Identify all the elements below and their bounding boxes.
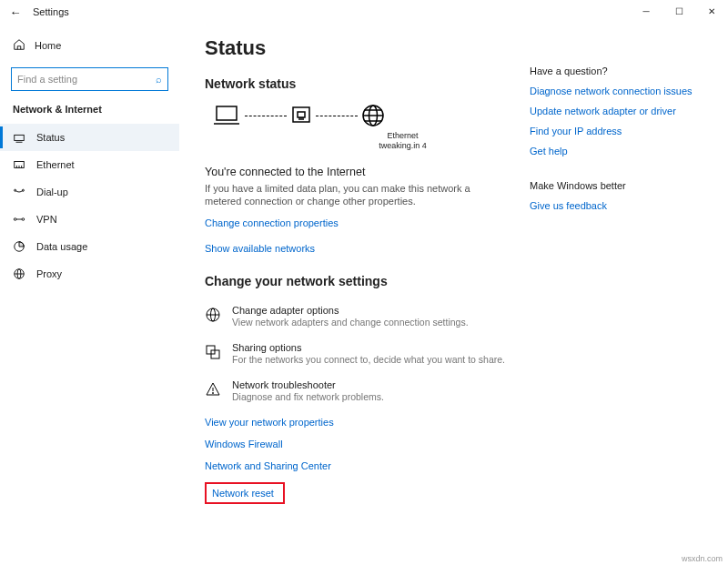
nav-label: Ethernet bbox=[36, 159, 75, 170]
diagram-line bbox=[245, 116, 287, 116]
diagram-line bbox=[316, 116, 358, 116]
diagram-label: Ethernet tweaking.in 4 bbox=[276, 131, 530, 151]
opt-title: Sharing options bbox=[232, 342, 505, 353]
svg-rect-0 bbox=[15, 135, 25, 140]
network-diagram bbox=[212, 104, 530, 127]
connected-title: You're connected to the Internet bbox=[205, 166, 530, 178]
link-view-properties[interactable]: View your network properties bbox=[205, 417, 530, 428]
link-network-sharing-center[interactable]: Network and Sharing Center bbox=[205, 460, 530, 471]
svg-point-8 bbox=[14, 218, 16, 221]
rc-link-find-ip[interactable]: Find your IP address bbox=[530, 126, 712, 136]
home-icon bbox=[13, 38, 25, 53]
window-title: Settings bbox=[27, 6, 69, 17]
link-windows-firewall[interactable]: Windows Firewall bbox=[205, 439, 530, 449]
diagram-network: tweaking.in 4 bbox=[276, 141, 530, 151]
title-bar: ← Settings bbox=[0, 0, 728, 24]
sharing-options-icon bbox=[205, 342, 221, 362]
rc-link-update-adapter[interactable]: Update network adapter or driver bbox=[530, 106, 712, 116]
search-input[interactable] bbox=[17, 74, 147, 85]
nav-label: Proxy bbox=[36, 268, 62, 279]
question-head: Have a question? bbox=[530, 66, 712, 76]
dialup-icon bbox=[13, 186, 25, 198]
highlight-box: Network reset bbox=[205, 482, 285, 504]
rc-link-diagnose[interactable]: Diagnose network connection issues bbox=[530, 86, 712, 96]
sidebar-item-ethernet[interactable]: Ethernet bbox=[0, 151, 179, 178]
ethernet-icon bbox=[13, 158, 25, 171]
nav-label: Status bbox=[36, 132, 65, 143]
search-icon: ⌕ bbox=[156, 74, 162, 85]
adapter-options-icon bbox=[205, 305, 221, 325]
section-network-status: Network status bbox=[205, 76, 530, 91]
link-show-networks[interactable]: Show available networks bbox=[205, 243, 530, 254]
nav-label: Dial-up bbox=[36, 187, 68, 197]
opt-sharing-options[interactable]: Sharing optionsFor the networks you conn… bbox=[205, 342, 530, 365]
sidebar-item-vpn[interactable]: VPN bbox=[0, 206, 179, 233]
ethernet-adapter-icon bbox=[290, 104, 312, 127]
close-button[interactable]: ✕ bbox=[695, 0, 728, 22]
watermark: wsxdn.com bbox=[682, 554, 723, 563]
minimize-button[interactable]: ─ bbox=[630, 0, 662, 22]
page-title: Status bbox=[205, 36, 530, 60]
rc-link-get-help[interactable]: Get help bbox=[530, 146, 712, 156]
home-nav[interactable]: Home bbox=[0, 33, 179, 58]
status-icon bbox=[13, 131, 25, 144]
svg-point-9 bbox=[22, 218, 25, 221]
section-change-settings: Change your network settings bbox=[205, 274, 530, 288]
sidebar-item-status[interactable]: Status bbox=[0, 124, 179, 151]
sidebar: Home ⌕ Network & Internet Status Etherne… bbox=[0, 24, 179, 565]
rc-link-feedback[interactable]: Give us feedback bbox=[530, 200, 712, 211]
connected-desc: If you have a limited data plan, you can… bbox=[205, 182, 478, 209]
svg-rect-15 bbox=[217, 106, 237, 120]
globe-icon bbox=[361, 104, 385, 127]
opt-desc: Diagnose and fix network problems. bbox=[232, 391, 384, 402]
feedback-head: Make Windows better bbox=[530, 180, 712, 191]
nav-label: VPN bbox=[36, 214, 57, 225]
vpn-icon bbox=[13, 213, 25, 226]
sidebar-item-datausage[interactable]: Data usage bbox=[0, 233, 179, 260]
troubleshooter-icon bbox=[205, 379, 221, 399]
svg-point-33 bbox=[213, 393, 214, 394]
svg-rect-18 bbox=[298, 112, 305, 117]
nav-label: Data usage bbox=[36, 241, 87, 252]
proxy-icon bbox=[13, 267, 25, 280]
maximize-button[interactable]: ☐ bbox=[662, 0, 695, 22]
opt-title: Change adapter options bbox=[232, 305, 469, 316]
home-label: Home bbox=[35, 40, 61, 51]
main-panel: Status Network status Ethernet tweaking.… bbox=[205, 36, 530, 565]
sidebar-section: Network & Internet bbox=[0, 104, 179, 124]
window-controls: ─ ☐ ✕ bbox=[630, 0, 728, 22]
opt-title: Network troubleshooter bbox=[232, 379, 384, 390]
diagram-iface: Ethernet bbox=[276, 131, 530, 141]
laptop-icon bbox=[212, 104, 241, 127]
opt-troubleshooter[interactable]: Network troubleshooterDiagnose and fix n… bbox=[205, 379, 530, 402]
link-change-connection-props[interactable]: Change connection properties bbox=[205, 217, 530, 228]
opt-desc: View network adapters and change connect… bbox=[232, 317, 469, 328]
search-box[interactable]: ⌕ bbox=[11, 67, 168, 91]
datausage-icon bbox=[13, 240, 25, 253]
back-button[interactable]: ← bbox=[4, 5, 27, 19]
opt-desc: For the networks you connect to, decide … bbox=[232, 354, 505, 365]
sidebar-item-dialup[interactable]: Dial-up bbox=[0, 178, 179, 206]
sidebar-item-proxy[interactable]: Proxy bbox=[0, 260, 179, 288]
link-network-reset[interactable]: Network reset bbox=[212, 488, 274, 499]
opt-adapter-options[interactable]: Change adapter optionsView network adapt… bbox=[205, 305, 530, 328]
help-panel: Have a question? Diagnose network connec… bbox=[530, 36, 712, 565]
